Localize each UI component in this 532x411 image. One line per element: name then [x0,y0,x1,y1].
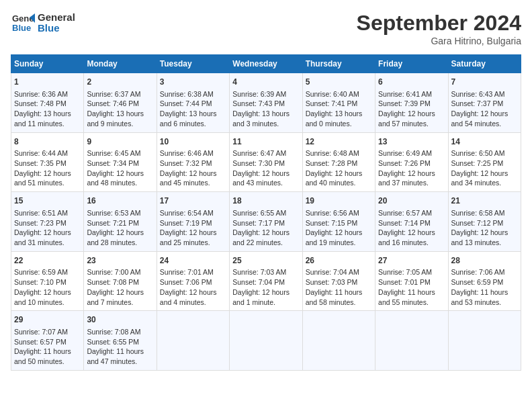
cell-content: Sunrise: 7:05 AMSunset: 7:01 PMDaylight:… [378,267,445,307]
day-number: 11 [232,136,299,148]
day-header-tuesday: Tuesday [157,55,229,73]
week-row-5: 29Sunrise: 7:07 AMSunset: 6:57 PMDayligh… [11,311,521,371]
logo: General Blue General Blue [11,11,75,35]
calendar-cell: 28Sunrise: 7:06 AMSunset: 6:59 PMDayligh… [448,251,521,311]
day-number: 30 [87,314,153,326]
day-number: 9 [87,136,153,148]
cell-content: Sunrise: 7:01 AMSunset: 7:06 PMDaylight:… [160,267,226,307]
calendar-cell: 29Sunrise: 7:07 AMSunset: 6:57 PMDayligh… [11,311,84,371]
calendar-table: SundayMondayTuesdayWednesdayThursdayFrid… [11,54,521,371]
calendar-cell: 7Sunrise: 6:43 AMSunset: 7:37 PMDaylight… [448,73,521,133]
month-title: September 2024 [357,11,521,36]
day-number: 14 [451,136,518,148]
calendar-cell [230,311,302,371]
day-number: 21 [451,195,518,207]
day-number: 23 [87,255,153,267]
cell-content: Sunrise: 6:44 AMSunset: 7:35 PMDaylight:… [14,148,81,188]
calendar-cell: 8Sunrise: 6:44 AMSunset: 7:35 PMDaylight… [11,132,84,192]
cell-content: Sunrise: 6:48 AMSunset: 7:28 PMDaylight:… [306,148,372,188]
day-number: 6 [378,77,445,88]
calendar-cell: 2Sunrise: 6:37 AMSunset: 7:46 PMDaylight… [84,73,157,133]
calendar-cell: 1Sunrise: 6:36 AMSunset: 7:48 PMDaylight… [11,73,84,133]
cell-content: Sunrise: 6:53 AMSunset: 7:21 PMDaylight:… [87,208,153,248]
day-number: 25 [232,255,299,267]
cell-content: Sunrise: 7:07 AMSunset: 6:57 PMDaylight:… [14,327,81,367]
day-number: 17 [160,195,226,207]
week-row-4: 22Sunrise: 6:59 AMSunset: 7:10 PMDayligh… [11,251,521,311]
logo-line1: General [38,12,75,24]
cell-content: Sunrise: 6:56 AMSunset: 7:15 PMDaylight:… [306,208,372,248]
day-header-friday: Friday [375,55,448,73]
day-header-thursday: Thursday [302,55,375,73]
calendar-cell: 12Sunrise: 6:48 AMSunset: 7:28 PMDayligh… [302,132,375,192]
cell-content: Sunrise: 7:00 AMSunset: 7:08 PMDaylight:… [87,267,153,307]
day-number: 26 [306,255,372,267]
day-number: 27 [378,255,445,267]
calendar-cell [302,311,375,371]
day-number: 15 [14,195,81,207]
calendar-cell: 10Sunrise: 6:46 AMSunset: 7:32 PMDayligh… [157,132,229,192]
calendar-cell: 17Sunrise: 6:54 AMSunset: 7:19 PMDayligh… [157,192,229,252]
cell-content: Sunrise: 6:54 AMSunset: 7:19 PMDaylight:… [160,208,226,248]
title-block: September 2024 Gara Hitrino, Bulgaria [357,11,521,46]
calendar-cell: 22Sunrise: 6:59 AMSunset: 7:10 PMDayligh… [11,251,84,311]
cell-content: Sunrise: 6:45 AMSunset: 7:34 PMDaylight:… [87,148,153,188]
day-number: 20 [378,195,445,207]
day-number: 13 [378,136,445,148]
cell-content: Sunrise: 7:08 AMSunset: 6:55 PMDaylight:… [87,327,153,367]
calendar-cell: 16Sunrise: 6:53 AMSunset: 7:21 PMDayligh… [84,192,157,252]
page-header: General Blue General Blue September 2024… [11,11,521,46]
location-subtitle: Gara Hitrino, Bulgaria [357,36,521,46]
week-row-1: 1Sunrise: 6:36 AMSunset: 7:48 PMDaylight… [11,73,521,133]
day-number: 29 [14,314,81,326]
cell-content: Sunrise: 6:58 AMSunset: 7:12 PMDaylight:… [451,208,518,248]
day-number: 1 [14,77,81,88]
calendar-cell: 6Sunrise: 6:41 AMSunset: 7:39 PMDaylight… [375,73,448,133]
cell-content: Sunrise: 6:46 AMSunset: 7:32 PMDaylight:… [160,148,226,188]
cell-content: Sunrise: 6:51 AMSunset: 7:23 PMDaylight:… [14,208,81,248]
cell-content: Sunrise: 6:59 AMSunset: 7:10 PMDaylight:… [14,267,81,307]
day-number: 18 [232,195,299,207]
day-number: 3 [160,77,226,88]
day-header-saturday: Saturday [448,55,521,73]
calendar-cell: 4Sunrise: 6:39 AMSunset: 7:43 PMDaylight… [230,73,302,133]
logo-icon: General Blue [11,11,35,35]
calendar-cell: 23Sunrise: 7:00 AMSunset: 7:08 PMDayligh… [84,251,157,311]
cell-content: Sunrise: 6:43 AMSunset: 7:37 PMDaylight:… [451,89,518,129]
cell-content: Sunrise: 6:57 AMSunset: 7:14 PMDaylight:… [378,208,445,248]
day-number: 7 [451,77,518,88]
calendar-cell: 24Sunrise: 7:01 AMSunset: 7:06 PMDayligh… [157,251,229,311]
calendar-cell [448,311,521,371]
calendar-cell: 21Sunrise: 6:58 AMSunset: 7:12 PMDayligh… [448,192,521,252]
day-number: 2 [87,77,153,88]
cell-content: Sunrise: 7:04 AMSunset: 7:03 PMDaylight:… [306,267,372,307]
day-number: 22 [14,255,81,267]
calendar-cell: 5Sunrise: 6:40 AMSunset: 7:41 PMDaylight… [302,73,375,133]
cell-content: Sunrise: 6:50 AMSunset: 7:25 PMDaylight:… [451,148,518,188]
week-row-2: 8Sunrise: 6:44 AMSunset: 7:35 PMDaylight… [11,132,521,192]
calendar-cell: 27Sunrise: 7:05 AMSunset: 7:01 PMDayligh… [375,251,448,311]
calendar-cell [157,311,229,371]
day-number: 19 [306,195,372,207]
calendar-cell: 18Sunrise: 6:55 AMSunset: 7:17 PMDayligh… [230,192,302,252]
calendar-cell: 11Sunrise: 6:47 AMSunset: 7:30 PMDayligh… [230,132,302,192]
day-number: 10 [160,136,226,148]
day-number: 16 [87,195,153,207]
cell-content: Sunrise: 7:03 AMSunset: 7:04 PMDaylight:… [232,267,299,307]
calendar-cell: 30Sunrise: 7:08 AMSunset: 6:55 PMDayligh… [84,311,157,371]
day-number: 8 [14,136,81,148]
week-row-3: 15Sunrise: 6:51 AMSunset: 7:23 PMDayligh… [11,192,521,252]
calendar-cell: 15Sunrise: 6:51 AMSunset: 7:23 PMDayligh… [11,192,84,252]
cell-content: Sunrise: 6:39 AMSunset: 7:43 PMDaylight:… [232,89,299,129]
calendar-cell: 25Sunrise: 7:03 AMSunset: 7:04 PMDayligh… [230,251,302,311]
calendar-cell: 13Sunrise: 6:49 AMSunset: 7:26 PMDayligh… [375,132,448,192]
day-number: 28 [451,255,518,267]
day-number: 4 [232,77,299,88]
calendar-cell: 3Sunrise: 6:38 AMSunset: 7:44 PMDaylight… [157,73,229,133]
day-header-sunday: Sunday [11,55,84,73]
logo-line2: Blue [38,23,75,34]
calendar-cell [375,311,448,371]
cell-content: Sunrise: 6:47 AMSunset: 7:30 PMDaylight:… [232,148,299,188]
calendar-cell: 26Sunrise: 7:04 AMSunset: 7:03 PMDayligh… [302,251,375,311]
calendar-cell: 19Sunrise: 6:56 AMSunset: 7:15 PMDayligh… [302,192,375,252]
